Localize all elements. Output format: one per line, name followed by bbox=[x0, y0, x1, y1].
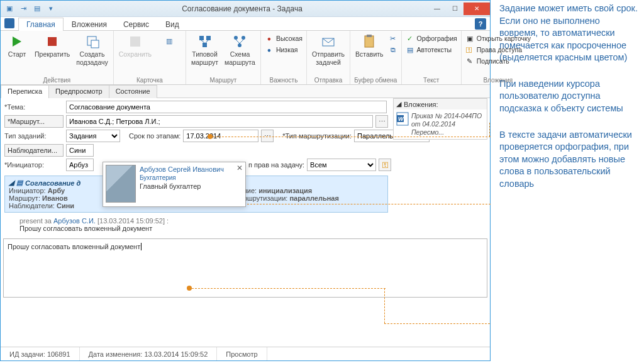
doc-icon: ▣ bbox=[4, 4, 14, 14]
priority-low-label: Низкая bbox=[276, 46, 298, 53]
send-label: Отправить задачей bbox=[312, 50, 345, 66]
rights-button[interactable]: ⚿Права доступа bbox=[464, 45, 532, 55]
minimize-button[interactable]: — bbox=[428, 3, 446, 15]
sign-label: Подписать bbox=[477, 57, 509, 65]
tab-attachments[interactable]: Вложения bbox=[64, 18, 115, 31]
route-scheme-label: Схема маршрута bbox=[225, 50, 255, 66]
title-bar: ▣ ⇥ ▤ ▾ Согласование документа - Задача … bbox=[1, 1, 490, 17]
subtask-button[interactable]: Создать подзадачу bbox=[74, 32, 111, 67]
svg-point-7 bbox=[234, 36, 238, 40]
route-button[interactable]: *Маршрут... bbox=[4, 115, 64, 128]
msg-body: Прошу согласовать вложенный документ bbox=[19, 225, 471, 232]
dropdown-icon[interactable]: ▾ bbox=[46, 4, 56, 14]
callout-dot-3 bbox=[187, 286, 192, 291]
routetype-label: *Тип маршрутизации: bbox=[282, 132, 352, 140]
annotation-3: В тексте задачи авто­матически проверяет… bbox=[499, 129, 638, 191]
tab-main[interactable]: Главная bbox=[18, 18, 64, 31]
svg-rect-11 bbox=[365, 36, 374, 47]
tooltip-role: Главный бухгалтер bbox=[140, 182, 243, 191]
stepdate-browse[interactable]: ⋯ bbox=[261, 130, 274, 142]
word-doc-icon: W bbox=[396, 112, 409, 125]
svg-rect-3 bbox=[130, 36, 140, 47]
priority-low[interactable]: ●Низкая bbox=[264, 45, 304, 55]
save-label: Сохранить bbox=[119, 50, 152, 59]
quick-access: ▣ ⇥ ▤ ▾ bbox=[4, 4, 56, 14]
priority-high[interactable]: ●Высокая bbox=[264, 33, 304, 43]
close-button[interactable]: ✕ bbox=[464, 3, 490, 15]
watchers-input[interactable] bbox=[66, 144, 94, 157]
group-actions-label: Действия bbox=[3, 76, 111, 84]
pin-icon: ◢ bbox=[396, 100, 401, 108]
attachment-item[interactable]: W Приказ № 2014-044ПОот 04.02.2014 Перес… bbox=[394, 109, 487, 139]
stop-button[interactable]: Прекратить bbox=[32, 32, 72, 60]
callout-line-1b bbox=[489, 123, 490, 137]
rights-label: Права доступа bbox=[477, 46, 522, 53]
ribbon: Старт Прекратить Создать подзадачу Дейст… bbox=[1, 31, 490, 85]
route-typical-label: Типовой маршрут bbox=[191, 50, 218, 66]
initiator-label: *Инициатор: bbox=[4, 161, 64, 169]
help-button[interactable]: ? bbox=[475, 18, 486, 30]
open-card-button: ▣Открыть карточку bbox=[464, 33, 532, 43]
paste-label: Вставить bbox=[355, 50, 384, 59]
route-browse-button[interactable]: ⋯ bbox=[375, 115, 388, 128]
tooltip-close-icon[interactable]: ✕ bbox=[236, 164, 243, 172]
tab-view[interactable]: Вид bbox=[157, 18, 187, 31]
svg-rect-6 bbox=[203, 43, 207, 47]
start-button[interactable]: Старт bbox=[3, 32, 31, 60]
spellcheck-button[interactable]: ✓Орфография bbox=[404, 33, 458, 43]
tooltip-dept: Бухгалтерия bbox=[140, 174, 243, 182]
send-button[interactable]: Отправить задачей bbox=[309, 32, 347, 67]
svg-rect-12 bbox=[367, 35, 372, 37]
autotext-button[interactable]: ▤Автотексты bbox=[404, 45, 458, 55]
group-route-label: Маршрут bbox=[189, 76, 258, 84]
copy-small[interactable]: ⧉ bbox=[387, 45, 399, 55]
group-card-label: Карточка bbox=[116, 76, 183, 84]
stepdate-label: Срок по этапам: bbox=[129, 132, 180, 140]
stepdate-input[interactable] bbox=[183, 130, 258, 142]
watchers-button[interactable]: Наблюдатели... bbox=[4, 144, 64, 157]
tab-service[interactable]: Сервис bbox=[115, 18, 157, 31]
cut-small[interactable]: ✂ bbox=[387, 33, 399, 43]
tasktype-select[interactable]: Задания bbox=[66, 130, 120, 142]
subtab-preview[interactable]: Предпросмотр bbox=[48, 85, 109, 98]
svg-point-8 bbox=[242, 36, 245, 40]
svg-point-9 bbox=[238, 43, 242, 47]
attachments-panel: ◢Вложения: W Приказ № 2014-044ПОот 04.02… bbox=[393, 98, 487, 140]
group-text-label: Текст bbox=[404, 76, 458, 84]
route-scheme-button[interactable]: Схема маршрута bbox=[222, 32, 258, 67]
card-title: Согласование д bbox=[25, 179, 80, 187]
card-more-button[interactable]: ▥ bbox=[155, 32, 183, 59]
paste-button[interactable]: Вставить bbox=[353, 32, 386, 60]
autotext-label: Автотексты bbox=[417, 46, 452, 53]
rights-select[interactable]: Всем bbox=[307, 159, 376, 171]
callout-line-3c bbox=[384, 323, 490, 324]
initiator-input[interactable] bbox=[66, 159, 94, 171]
route-input[interactable] bbox=[66, 115, 373, 128]
open-card-label: Открыть карточку bbox=[477, 35, 531, 42]
svg-rect-4 bbox=[199, 36, 204, 40]
stop-label: Прекратить bbox=[35, 50, 70, 59]
send-icon[interactable]: ⇥ bbox=[18, 4, 28, 14]
rights-label: п прав на задачу: bbox=[248, 161, 304, 169]
tooltip-name: Арбузов Сергей Иванович bbox=[140, 165, 243, 174]
route-typical-button[interactable]: Типовой маршрут bbox=[189, 32, 221, 67]
status-mode: Просмотр bbox=[217, 347, 267, 360]
svg-rect-2 bbox=[91, 40, 99, 48]
app-menu-button[interactable] bbox=[4, 18, 14, 28]
callout-dot-1 bbox=[208, 134, 213, 139]
group-send-label: Отправка bbox=[309, 76, 347, 84]
svg-rect-5 bbox=[206, 36, 211, 40]
callout-line-2 bbox=[238, 204, 491, 204]
subtabs: Переписка Предпросмотр Состояние bbox=[1, 85, 490, 98]
theme-input[interactable] bbox=[66, 101, 387, 113]
theme-label: *Тема: bbox=[4, 103, 64, 111]
subtab-state[interactable]: Состояние bbox=[109, 85, 157, 98]
maximize-button[interactable]: ☐ bbox=[446, 3, 464, 15]
subtab-correspondence[interactable]: Переписка bbox=[1, 85, 49, 98]
rights-lock-icon[interactable]: ⚿ bbox=[379, 159, 391, 171]
msg-author-link[interactable]: Арбузов С.И. bbox=[53, 217, 96, 225]
chevron-down-icon: ◢ bbox=[9, 179, 14, 187]
attachments-header: Вложения: bbox=[404, 101, 438, 108]
save-icon[interactable]: ▤ bbox=[32, 4, 42, 14]
group-clipboard-label: Буфер обмена bbox=[353, 76, 399, 84]
